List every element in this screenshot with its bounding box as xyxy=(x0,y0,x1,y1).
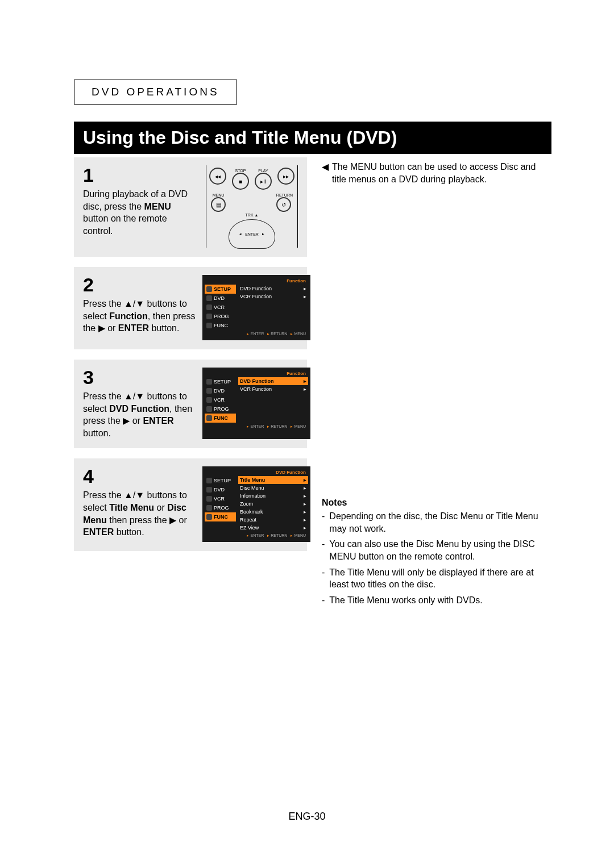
notes-heading: Notes xyxy=(322,498,551,508)
note-item: The Title Menu works only with DVDs. xyxy=(322,594,551,607)
note-item: The Title Menu will only be displayed if… xyxy=(322,566,551,591)
step-text: Press the ▲/▼ buttons to select Function… xyxy=(83,298,197,335)
menu-button-icon: ▤ xyxy=(211,197,226,212)
step-text: Press the ▲/▼ buttons to select DVD Func… xyxy=(83,390,197,439)
step-3: 3 Press the ▲/▼ buttons to select DVD Fu… xyxy=(74,360,307,448)
page-title: Using the Disc and Title Menu (DVD) xyxy=(74,122,551,154)
return-button-icon: ↺ xyxy=(276,197,291,212)
step-number: 3 xyxy=(83,368,197,387)
note-item: Depending on the disc, the Disc Menu or … xyxy=(322,510,551,535)
step-text: Press the ▲/▼ buttons to select Title Me… xyxy=(83,489,197,538)
page-number: ENG-30 xyxy=(0,811,614,823)
step-number: 4 xyxy=(83,466,197,486)
remote-diagram: ◂◂ STOP■ PLAY▸Ⅱ ▸▸ MENU▤ RETURN↺ TRK ▲ ◂ xyxy=(206,165,298,248)
rewind-icon: ◂◂ xyxy=(209,168,226,185)
step-number: 1 xyxy=(83,165,197,185)
step-4: 4 Press the ▲/▼ buttons to select Title … xyxy=(74,458,307,551)
osd-screenshot: FunctionSETUPDVDVCRPROGFUNCDVD Function▸… xyxy=(202,275,310,340)
left-arrow-icon: ◀ xyxy=(322,161,329,173)
notes-list: Depending on the disc, the Disc Menu or … xyxy=(322,510,551,606)
steps-column: 1 During playback of a DVD disc, press t… xyxy=(74,157,307,610)
step-text: During playback of a DVD disc, press the… xyxy=(83,188,197,237)
notes-column: ◀ The MENU button can be used to access … xyxy=(322,157,551,610)
step-number: 2 xyxy=(83,275,197,294)
dpad-icon: ◂ ENTER ▸ xyxy=(229,219,275,249)
section-header: DVD OPERATIONS xyxy=(74,80,237,105)
play-icon: ▸Ⅱ xyxy=(255,173,272,190)
note-item: You can also use the Disc Menu by using … xyxy=(322,538,551,562)
osd-screenshot: DVD FunctionSETUPDVDVCRPROGFUNCTitle Men… xyxy=(202,466,310,542)
stop-icon: ■ xyxy=(232,173,249,190)
osd-screenshot: FunctionSETUPDVDVCRPROGFUNCDVD Function▸… xyxy=(202,368,310,439)
tip-callout: ◀ The MENU button can be used to access … xyxy=(322,161,551,185)
step-2: 2 Press the ▲/▼ buttons to select Functi… xyxy=(74,267,307,349)
step-1: 1 During playback of a DVD disc, press t… xyxy=(74,157,307,257)
forward-icon: ▸▸ xyxy=(277,168,294,185)
